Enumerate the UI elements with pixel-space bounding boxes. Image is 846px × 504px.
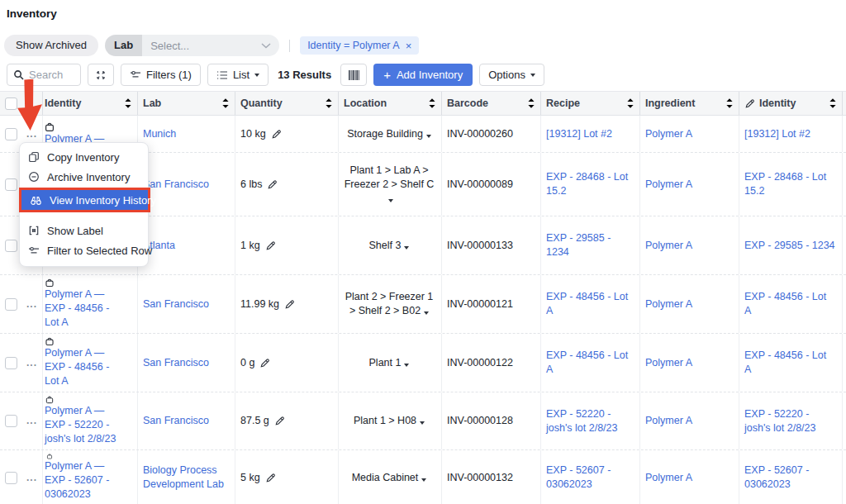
lab-link[interactable]: Munich [143, 127, 176, 141]
quantity-value: 5 kg [240, 471, 260, 485]
location-dropdown[interactable]: Storage Building [339, 116, 442, 152]
row-checkbox[interactable] [5, 298, 17, 311]
identity-link[interactable]: Polymer A —EXP - 52220 -josh's lot 2/8/2… [45, 404, 116, 446]
sort-icon[interactable] [221, 97, 230, 109]
sort-icon[interactable] [325, 97, 333, 109]
location-dropdown[interactable]: Shelf 3 [339, 216, 442, 274]
ingredient-link[interactable]: Polymer A [645, 356, 692, 370]
ingredient-link[interactable]: Polymer A [645, 297, 692, 311]
row-actions-menu-button[interactable]: ... [21, 392, 43, 449]
autofit-columns-button[interactable] [88, 64, 114, 86]
menu-item-archive-inventory[interactable]: Archive Inventory [20, 167, 148, 187]
menu-item-view-inventory-history[interactable]: View Inventory History [21, 190, 148, 210]
menu-item-filter-to-selected-row[interactable]: Filter to Selected Row [20, 240, 148, 260]
column-header-identity[interactable]: Identity [43, 92, 138, 115]
ingredient-link[interactable]: Polymer A [645, 239, 692, 253]
row-actions-menu-button[interactable]: ... [21, 450, 43, 504]
lab-link[interactable]: San Francisco [143, 356, 209, 370]
identity-edit-link[interactable]: EXP - 29585 - 1234 [744, 239, 835, 253]
sort-icon[interactable] [725, 97, 734, 109]
menu-item-copy-inventory[interactable]: Copy Inventory [20, 147, 148, 167]
location-dropdown[interactable]: Plant 1 > H08 [339, 392, 442, 449]
recipe-link[interactable]: EXP - 48456 - Lot A [546, 290, 633, 318]
annotation-highlight-box: View Inventory History [19, 188, 150, 212]
add-inventory-button[interactable]: + Add Inventory [373, 64, 473, 86]
pencil-icon[interactable] [284, 299, 295, 310]
pencil-icon[interactable] [267, 179, 278, 190]
identity-edit-link[interactable]: EXP - 48456 - Lot A [744, 349, 835, 377]
sort-icon-ascending[interactable] [626, 97, 634, 109]
location-value: Plant 1 > H08 [354, 415, 416, 426]
column-header-ingredient[interactable]: Ingredient [640, 92, 739, 115]
ingredient-link[interactable]: Polymer A [645, 471, 692, 485]
sort-icon[interactable] [527, 97, 535, 109]
package-icon [45, 278, 55, 288]
ingredient-link[interactable]: Polymer A [645, 127, 692, 141]
location-dropdown[interactable]: Plant 1 [339, 334, 442, 392]
lab-link[interactable]: San Francisco [143, 414, 209, 428]
list-view-button[interactable]: List [207, 64, 269, 86]
row-actions-menu-button[interactable]: ... [21, 275, 43, 333]
quantity-value: 1 kg [240, 239, 260, 253]
show-archived-toggle[interactable]: Show Archived [4, 35, 98, 56]
row-checkbox[interactable] [5, 128, 17, 140]
caret-down-icon [388, 199, 393, 202]
barcode-button[interactable] [340, 64, 367, 86]
column-header-label: Ingredient [645, 97, 695, 109]
filters-button[interactable]: Filters (1) [121, 64, 201, 86]
pencil-icon[interactable] [265, 473, 276, 483]
pencil-icon[interactable] [259, 358, 270, 368]
row-checkbox[interactable] [5, 357, 17, 369]
lab-link[interactable]: San Francisco [143, 178, 209, 192]
pencil-icon[interactable] [265, 240, 276, 251]
recipe-link[interactable]: EXP - 52607 - 03062023 [546, 464, 633, 492]
barcode-value: INV-00000132 [442, 450, 541, 504]
column-header-lab[interactable]: Lab [138, 92, 235, 115]
column-header-quantity[interactable]: Quantity [235, 92, 339, 115]
recipe-link[interactable]: [19312] Lot #2 [546, 127, 612, 141]
ingredient-link[interactable]: Polymer A [645, 414, 692, 428]
identity-link[interactable]: Polymer A —EXP - 48456 -Lot A [45, 288, 109, 330]
location-dropdown[interactable]: Plant 1 > Lab A > Freezer 2 > Shelf C [339, 153, 442, 216]
identity-filter-chip[interactable]: Identity = Polymer A × [300, 36, 419, 55]
lab-filter-select[interactable]: Lab Select... [105, 35, 279, 56]
barcode-value: INV-00000260 [442, 116, 541, 152]
recipe-link[interactable]: EXP - 52220 - josh's lot 2/8/23 [546, 407, 633, 435]
row-checkbox[interactable] [5, 415, 17, 427]
recipe-link[interactable]: EXP - 28468 - Lot 15.2 [546, 170, 633, 198]
identity-edit-link[interactable]: [19312] Lot #2 [744, 127, 810, 141]
pencil-icon[interactable] [274, 416, 285, 426]
close-icon[interactable]: × [406, 40, 412, 51]
ingredient-link[interactable]: Polymer A [645, 178, 692, 192]
identity-edit-link[interactable]: EXP - 52607 - 03062023 [744, 464, 835, 492]
row-checkbox[interactable] [5, 178, 17, 191]
column-header-recipe[interactable]: Recipe [541, 92, 640, 115]
column-header-location[interactable]: Location [339, 92, 442, 115]
pencil-icon[interactable] [271, 129, 282, 140]
row-checkbox[interactable] [5, 472, 17, 484]
sort-icon[interactable] [124, 97, 132, 109]
identity-edit-link[interactable]: EXP - 52220 - josh's lot 2/8/23 [744, 407, 835, 435]
options-button[interactable]: Options [479, 64, 544, 86]
menu-item-show-label[interactable]: Show Label [20, 221, 148, 240]
column-header-identity-edit[interactable]: Identity [739, 92, 843, 115]
lab-link[interactable]: San Francisco [143, 297, 209, 311]
label-icon [28, 225, 40, 236]
identity-edit-link[interactable]: EXP - 28468 - Lot 15.2 [744, 170, 835, 198]
location-dropdown[interactable]: Media Cabinet [339, 450, 442, 504]
identity-link[interactable]: Polymer A —EXP - 52607 -03062023 [45, 459, 109, 502]
recipe-link[interactable]: EXP - 29585 - 1234 [546, 231, 633, 259]
filters-button-label: Filters (1) [146, 69, 192, 81]
location-dropdown[interactable]: Plant 2 > Freezer 1 > Shelf 2 > B02 [339, 275, 442, 333]
identity-link[interactable]: Polymer A —EXP - 48456 -Lot A [45, 346, 109, 388]
location-value: Plant 2 > Freezer 1 > Shelf 2 > B02 [345, 291, 434, 316]
sort-icon[interactable] [829, 97, 837, 109]
lab-link[interactable]: Biology Process Development Lab [143, 464, 228, 492]
identity-edit-link[interactable]: EXP - 48456 - Lot A [744, 290, 835, 318]
row-actions-menu-button[interactable]: ... [21, 334, 43, 392]
sort-icon[interactable] [428, 97, 436, 109]
column-header-barcode[interactable]: Barcode [442, 92, 541, 115]
copy-icon [28, 151, 40, 163]
recipe-link[interactable]: EXP - 48456 - Lot A [546, 349, 633, 377]
row-checkbox[interactable] [5, 240, 17, 252]
